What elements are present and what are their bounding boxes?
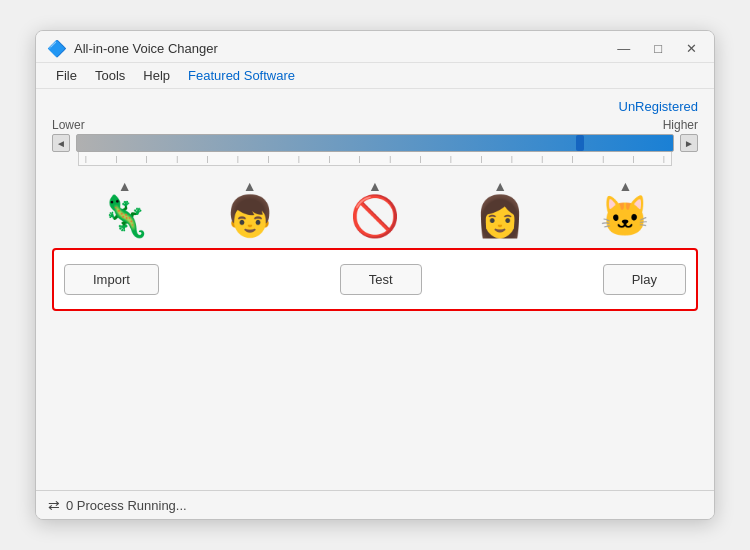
- cat-emoji: 🐱: [600, 196, 650, 236]
- pitch-ruler: ||||||||||||||||||||: [78, 152, 672, 166]
- menu-help[interactable]: Help: [135, 65, 178, 86]
- process-status: 0 Process Running...: [66, 498, 187, 513]
- cat-pin: ▲: [618, 178, 632, 194]
- registration-status: UnRegistered: [52, 99, 698, 114]
- window-controls: — □ ✕: [612, 39, 702, 58]
- pitch-section: Lower Higher ◄ ► ||||||||||||||||||||: [52, 118, 698, 166]
- character-man[interactable]: ▲ 👦: [225, 178, 275, 236]
- character-woman[interactable]: ▲ 👩: [475, 178, 525, 236]
- character-dragon[interactable]: ▲ 🦎: [100, 178, 150, 236]
- title-bar: 🔷 All-in-one Voice Changer — □ ✕: [36, 31, 714, 63]
- menu-bar: File Tools Help Featured Software: [36, 63, 714, 89]
- action-area: Import Test Play: [52, 248, 698, 311]
- higher-label: Higher: [663, 118, 698, 132]
- dragon-pin: ▲: [118, 178, 132, 194]
- process-icon: ⇄: [48, 497, 60, 513]
- title-bar-left: 🔷 All-in-one Voice Changer: [48, 40, 218, 58]
- content-area: UnRegistered Lower Higher ◄ ► ||||||||||…: [36, 89, 714, 490]
- main-window: 🔷 All-in-one Voice Changer — □ ✕ File To…: [35, 30, 715, 520]
- app-icon: 🔷: [48, 40, 66, 58]
- window-title: All-in-one Voice Changer: [74, 41, 218, 56]
- menu-featured-software[interactable]: Featured Software: [180, 65, 303, 86]
- dragon-emoji: 🦎: [100, 196, 150, 236]
- characters-row: ▲ 🦎 ▲ 👦 ▲ 🚫 ▲ 👩 ▲ 🐱: [52, 174, 698, 240]
- lower-label: Lower: [52, 118, 85, 132]
- none-emoji: 🚫: [350, 196, 400, 236]
- play-button[interactable]: Play: [603, 264, 686, 295]
- pitch-labels: Lower Higher: [52, 118, 698, 132]
- slider-container: ◄ ►: [52, 134, 698, 152]
- import-button[interactable]: Import: [64, 264, 159, 295]
- menu-file[interactable]: File: [48, 65, 85, 86]
- slider-arrow-left[interactable]: ◄: [52, 134, 70, 152]
- test-button[interactable]: Test: [340, 264, 422, 295]
- woman-emoji: 👩: [475, 196, 525, 236]
- status-bar: ⇄ 0 Process Running...: [36, 490, 714, 519]
- woman-pin: ▲: [493, 178, 507, 194]
- close-button[interactable]: ✕: [681, 39, 702, 58]
- pitch-slider-thumb[interactable]: [576, 135, 584, 151]
- character-none[interactable]: ▲ 🚫: [350, 178, 400, 236]
- man-emoji: 👦: [225, 196, 275, 236]
- man-pin: ▲: [243, 178, 257, 194]
- character-cat[interactable]: ▲ 🐱: [600, 178, 650, 236]
- minimize-button[interactable]: —: [612, 39, 635, 58]
- menu-tools[interactable]: Tools: [87, 65, 133, 86]
- pitch-slider-track[interactable]: [76, 134, 674, 152]
- slider-arrow-right[interactable]: ►: [680, 134, 698, 152]
- maximize-button[interactable]: □: [649, 39, 667, 58]
- none-pin: ▲: [368, 178, 382, 194]
